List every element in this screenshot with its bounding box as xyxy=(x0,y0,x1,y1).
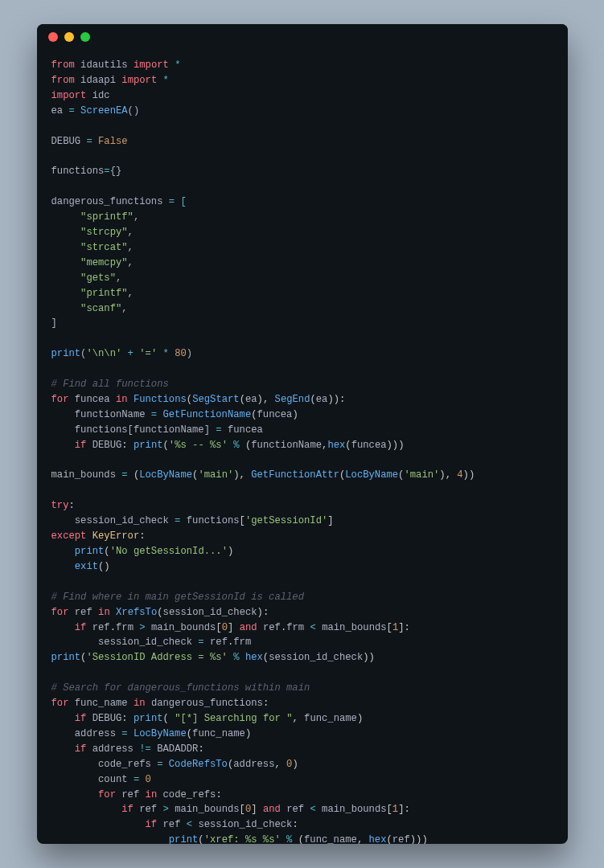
editor-window: from idautils import * from idaapi impor… xyxy=(37,24,568,844)
kw-import: import xyxy=(51,90,87,101)
fn-screenea: ScreenEA xyxy=(80,105,128,117)
str-strcat: "strcat" xyxy=(80,242,128,253)
kw-import: import xyxy=(121,75,157,86)
var-debug: DEBUG xyxy=(51,136,81,147)
minimize-icon[interactable] xyxy=(64,32,74,42)
kw-import: import xyxy=(134,59,169,71)
maximize-icon[interactable] xyxy=(80,32,90,42)
star: * xyxy=(163,75,169,86)
module: idautils xyxy=(80,59,128,71)
comment: # Search for dangerous_functions within … xyxy=(51,682,310,694)
str-scanf: "scanf" xyxy=(80,303,121,314)
var-dangerous: dangerous_functions xyxy=(51,196,163,207)
star: * xyxy=(175,59,180,71)
var-ea: ea xyxy=(51,105,64,117)
var-functions: functions xyxy=(51,166,105,177)
const-false: False xyxy=(98,136,128,147)
kw-from: from xyxy=(51,75,75,86)
titlebar xyxy=(37,24,568,50)
fn-print: print xyxy=(51,348,81,359)
module: idaapi xyxy=(80,75,116,86)
str-memcpy: "memcpy" xyxy=(80,257,128,268)
kw-from: from xyxy=(51,59,75,71)
str-sprintf: "sprintf" xyxy=(80,211,134,223)
close-icon[interactable] xyxy=(48,32,58,42)
str-strcpy: "strcpy" xyxy=(80,227,128,238)
comment: # Find where in main getSessionId is cal… xyxy=(51,592,305,603)
comment: # Find all functions xyxy=(51,379,169,390)
code-area[interactable]: from idautils import * from idaapi impor… xyxy=(37,50,568,844)
str-gets: "gets" xyxy=(80,272,116,284)
str-printf: "printf" xyxy=(80,288,128,299)
module: idc xyxy=(92,90,110,101)
